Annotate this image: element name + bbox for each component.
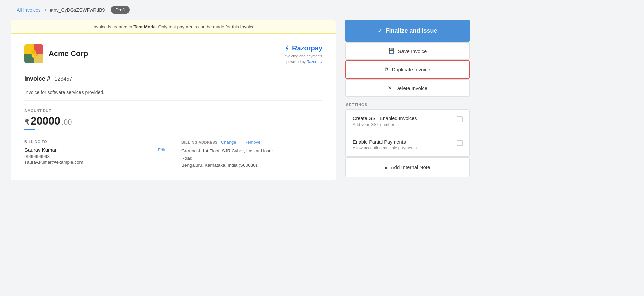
billing-email: saurav.kumar@example.com	[24, 160, 165, 165]
change-address-link[interactable]: Change	[221, 140, 236, 145]
gst-title: Create GST Enabled Invoices	[353, 116, 417, 121]
edit-billing-link[interactable]: Edit	[158, 147, 165, 152]
invoice-container: Invoice is created in Test Mode. Only te…	[11, 20, 336, 180]
delete-label: Delete Invoice	[395, 85, 427, 91]
remove-address-link[interactable]: Remove	[244, 140, 260, 145]
invoice-number-value: 123457	[55, 76, 95, 83]
company-info: 🖐 Acme Corp	[24, 44, 88, 63]
delete-icon	[388, 85, 392, 91]
company-name: Acme Corp	[49, 49, 88, 58]
billing-row: BILLING TO Saurav Kumar Edit 9999999998 …	[24, 140, 322, 169]
billing-address-title-row: BILLING ADDRESS Change | Remove	[181, 140, 322, 145]
gst-setting-text: Create GST Enabled Invoices Add your GST…	[353, 116, 417, 127]
billing-sep: |	[239, 140, 240, 145]
billing-to-col: BILLING TO Saurav Kumar Edit 9999999998 …	[24, 140, 165, 169]
breadcrumb-separator: >	[44, 7, 47, 13]
add-note-label: Add Internal Note	[391, 164, 430, 170]
razorpay-logo: Razorpay	[283, 44, 322, 52]
billing-phone: 9999999998	[24, 154, 165, 159]
company-logo: 🖐	[24, 44, 43, 63]
gst-desc: Add your GST number	[353, 122, 417, 127]
billing-to-label: BILLING TO	[24, 140, 165, 144]
partial-setting-text: Enable Partial Payments Allow accepting …	[353, 139, 417, 150]
settings-card: Create GST Enabled Invoices Add your GST…	[345, 109, 470, 157]
check-icon	[378, 27, 382, 34]
invoice-number-label: Invoice #	[24, 75, 50, 82]
breadcrumb: ← All Invoices > #inv_CyDGsZSWFwRdB9 Dra…	[0, 0, 644, 20]
save-label: Save Invoice	[398, 48, 427, 54]
svg-text:🖐: 🖐	[30, 49, 39, 58]
amount-underline	[24, 129, 35, 130]
add-internal-note-button[interactable]: Add Internal Note	[345, 157, 470, 177]
back-label[interactable]: All Invoices	[17, 7, 41, 13]
banner-highlight: Test Mode	[133, 24, 156, 29]
billing-address-text: Ground & 1st Floor, SJR Cyber, Laskar Ho…	[181, 147, 322, 169]
razorpay-branding: Razorpay Invoicing and payments powered …	[283, 44, 322, 64]
gst-checkbox[interactable]	[457, 116, 463, 122]
test-mode-banner: Invoice is created in Test Mode. Only te…	[11, 20, 336, 34]
amount-currency: ₹	[24, 118, 29, 127]
banner-text-after: . Only test payments can be made for thi…	[156, 24, 255, 29]
sidebar: Finalize and Issue Save Invoice Duplicat…	[345, 20, 470, 177]
main-layout: Invoice is created in Test Mode. Only te…	[0, 20, 644, 191]
back-arrow-icon: ←	[11, 7, 15, 13]
invoice-header: 🖐 Acme Corp Razorpay Invoicing and p	[24, 44, 322, 64]
settings-section: SETTINGS Create GST Enabled Invoices Add…	[345, 103, 470, 177]
billing-address-label: BILLING ADDRESS	[181, 140, 218, 144]
save-invoice-button[interactable]: Save Invoice	[345, 42, 470, 60]
razorpay-link[interactable]: Razorpay	[307, 60, 322, 64]
invoice-description: Invoice for software services provided.	[24, 90, 322, 101]
gst-setting-item: Create GST Enabled Invoices Add your GST…	[346, 110, 469, 133]
finalize-label: Finalize and Issue	[385, 27, 437, 34]
amount-number: 20000	[31, 115, 60, 127]
invoice-id: #inv_CyDGsZSWFwRdB9	[50, 7, 105, 13]
partial-desc: Allow accepting multiple payments	[353, 146, 417, 150]
settings-label: SETTINGS	[345, 103, 470, 107]
amount-value: ₹ 20000.00	[24, 115, 322, 127]
amount-label: AMOUNT DUE	[24, 109, 322, 113]
svg-marker-5	[286, 45, 289, 51]
partial-payment-setting-item: Enable Partial Payments Allow accepting …	[346, 133, 469, 156]
save-icon	[388, 48, 395, 54]
amount-decimals: .00	[62, 118, 72, 127]
invoice-card: 🖐 Acme Corp Razorpay Invoicing and p	[11, 34, 336, 180]
partial-title: Enable Partial Payments	[353, 139, 417, 145]
billing-name-row: Saurav Kumar Edit	[24, 147, 165, 153]
razorpay-tagline: Invoicing and payments powered by Razorp…	[283, 53, 322, 64]
finalize-issue-button[interactable]: Finalize and Issue	[345, 20, 470, 42]
razorpay-name: Razorpay	[292, 44, 322, 52]
amount-section: AMOUNT DUE ₹ 20000.00	[24, 109, 322, 130]
draft-badge: Draft	[111, 6, 129, 14]
partial-checkbox[interactable]	[457, 140, 463, 146]
razorpay-icon	[283, 45, 291, 52]
back-link[interactable]: ← All Invoices	[11, 7, 41, 13]
delete-invoice-button[interactable]: Delete Invoice	[345, 79, 470, 97]
billing-customer-name: Saurav Kumar	[24, 147, 57, 153]
duplicate-label: Duplicate Invoice	[392, 67, 430, 72]
billing-address-col: BILLING ADDRESS Change | Remove Ground &…	[181, 140, 322, 169]
invoice-number-row: Invoice # 123457	[24, 75, 322, 86]
banner-text-before: Invoice is created in	[92, 24, 133, 29]
duplicate-invoice-button[interactable]: Duplicate Invoice	[345, 60, 470, 79]
duplicate-icon	[385, 66, 388, 72]
note-icon	[385, 164, 388, 170]
